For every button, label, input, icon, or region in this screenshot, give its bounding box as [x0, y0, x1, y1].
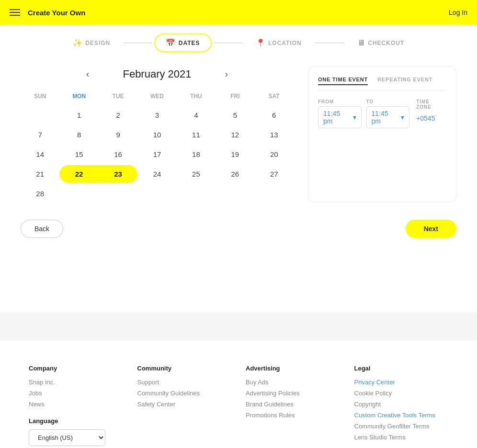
link-community-guidelines[interactable]: Community Guidelines [137, 390, 232, 397]
link-news[interactable]: News [29, 401, 123, 408]
day-fri: FRI [216, 90, 254, 102]
step-connector-2 [214, 43, 242, 43]
cal-cell-10[interactable]: 10 [137, 126, 176, 144]
advertising-title: Advertising [246, 365, 340, 372]
from-field: FROM 11:45 pm ▾ [318, 99, 362, 128]
calendar: ‹ February 2021 › SUN MON TUE WED THU FR… [21, 67, 294, 202]
timezone-value: +0545 [416, 112, 446, 125]
cal-cell-11[interactable]: 11 [177, 126, 216, 144]
timezone-field: TIME ZONE +0545 [416, 99, 446, 125]
link-community-geofilter-terms[interactable]: Community Geofilter Terms [354, 423, 449, 430]
footer-advertising: Advertising Buy Ads Advertising Policies… [246, 365, 340, 446]
next-month-button[interactable]: › [220, 67, 233, 81]
dates-icon: 📅 [166, 38, 176, 47]
cal-cell-22[interactable]: 22 [59, 165, 98, 183]
action-buttons: Back Next [1, 212, 476, 246]
timezone-label: TIME ZONE [416, 99, 446, 110]
step-dates-label: DATES [179, 40, 200, 46]
footer: Company Snap Inc. Jobs News Language Eng… [0, 341, 477, 448]
cal-cell-3[interactable]: 3 [137, 106, 176, 124]
tab-one-time[interactable]: ONE TIME EVENT [318, 77, 368, 85]
link-safety-center[interactable]: Safety Center [137, 401, 232, 408]
cal-cell-25[interactable]: 25 [177, 165, 216, 183]
link-promotions-rules[interactable]: Promotions Rules [246, 412, 340, 419]
from-time-value: 11:45 pm [323, 110, 351, 125]
link-brand-guidelines[interactable]: Brand Guidelines [246, 401, 340, 408]
calendar-section: ‹ February 2021 › SUN MON TUE WED THU FR… [1, 57, 476, 212]
cal-cell-24[interactable]: 24 [137, 165, 176, 183]
step-connector-1 [124, 43, 152, 43]
step-design-label: DESIGN [85, 40, 110, 46]
link-jobs[interactable]: Jobs [29, 390, 123, 397]
cal-cell-9[interactable]: 9 [99, 126, 137, 144]
prev-month-button[interactable]: ‹ [81, 67, 94, 81]
cal-cell-23[interactable]: 23 [99, 165, 137, 183]
step-location-label: LOCATION [268, 40, 302, 46]
day-wed: WED [137, 90, 176, 102]
to-time-value: 11:45 pm [372, 110, 399, 125]
link-support[interactable]: Support [137, 379, 232, 386]
cal-cell-27[interactable]: 27 [255, 165, 294, 183]
step-checkout[interactable]: 🖥 CHECKOUT [346, 34, 416, 52]
day-sat: SAT [255, 90, 294, 102]
to-field: TO 11:45 pm ▾ [366, 99, 410, 128]
back-button[interactable]: Back [21, 220, 63, 238]
day-thu: THU [177, 90, 216, 102]
community-title: Community [137, 365, 232, 372]
link-copyright[interactable]: Copyright [354, 401, 449, 408]
tab-repeating[interactable]: REPEATING EVENT [377, 77, 432, 85]
cal-week-3: 14 15 16 17 18 19 20 [21, 146, 294, 163]
link-cookie-policy[interactable]: Cookie Policy [354, 390, 449, 397]
top-navigation: Create Your Own Log In [0, 0, 477, 25]
to-label: TO [366, 99, 410, 104]
cal-cell-empty [21, 106, 59, 124]
cal-cell-20[interactable]: 20 [255, 146, 294, 163]
cal-cell-12[interactable]: 12 [216, 126, 254, 144]
next-button[interactable]: Next [406, 220, 456, 238]
cal-week-1: 1 2 3 4 5 6 [21, 106, 294, 124]
step-design[interactable]: ✨ DESIGN [61, 34, 122, 52]
event-panel: ONE TIME EVENT REPEATING EVENT FROM 11:4… [308, 67, 456, 202]
step-dates[interactable]: 📅 DATES [154, 34, 211, 52]
to-time-select[interactable]: 11:45 pm ▾ [366, 106, 410, 128]
calendar-grid: SUN MON TUE WED THU FRI SAT 1 2 3 4 [21, 90, 294, 202]
hamburger-menu[interactable] [10, 9, 20, 16]
link-advertising-policies[interactable]: Advertising Policies [246, 390, 340, 397]
cal-cell-empty-5 [177, 185, 216, 202]
calendar-weeks: 1 2 3 4 5 6 7 8 9 10 11 12 [21, 106, 294, 202]
cal-cell-13[interactable]: 13 [255, 126, 294, 144]
language-select[interactable]: English (US) Español Français Deutsch [29, 429, 105, 446]
cal-cell-1[interactable]: 1 [59, 106, 98, 124]
link-snap-inc[interactable]: Snap Inc. [29, 379, 123, 386]
cal-cell-21[interactable]: 21 [21, 165, 59, 183]
link-buy-ads[interactable]: Buy Ads [246, 379, 340, 386]
cal-cell-26[interactable]: 26 [216, 165, 254, 183]
from-time-select[interactable]: 11:45 pm ▾ [318, 106, 362, 128]
step-location[interactable]: 📍 LOCATION [244, 34, 313, 52]
cal-cell-6[interactable]: 6 [255, 106, 294, 124]
event-tabs: ONE TIME EVENT REPEATING EVENT [318, 77, 446, 90]
to-chevron-icon: ▾ [401, 113, 404, 121]
cal-cell-16[interactable]: 16 [99, 146, 137, 163]
login-button[interactable]: Log In [449, 9, 467, 16]
cal-cell-8[interactable]: 8 [59, 126, 98, 144]
link-privacy-center[interactable]: Privacy Center [354, 379, 449, 386]
main-content: ✨ DESIGN 📅 DATES 📍 LOCATION 🖥 CHECKOUT ‹… [0, 25, 477, 312]
days-header: SUN MON TUE WED THU FRI SAT [21, 90, 294, 102]
cal-cell-28[interactable]: 28 [21, 185, 59, 202]
cal-cell-5[interactable]: 5 [216, 106, 254, 124]
footer-legal: Legal Privacy Center Cookie Policy Copyr… [354, 365, 449, 446]
link-custom-creative-tools[interactable]: Custom Creative Tools Terms [354, 412, 449, 419]
cal-cell-14[interactable]: 14 [21, 146, 59, 163]
cal-cell-17[interactable]: 17 [137, 146, 176, 163]
cal-cell-4[interactable]: 4 [177, 106, 216, 124]
cal-cell-19[interactable]: 19 [216, 146, 254, 163]
cal-cell-7[interactable]: 7 [21, 126, 59, 144]
link-lens-studio-terms[interactable]: Lens Studio Terms [354, 434, 449, 441]
cal-cell-2[interactable]: 2 [99, 106, 137, 124]
day-mon: MON [59, 90, 98, 102]
cal-cell-18[interactable]: 18 [177, 146, 216, 163]
steps-bar: ✨ DESIGN 📅 DATES 📍 LOCATION 🖥 CHECKOUT [0, 25, 477, 57]
cal-cell-15[interactable]: 15 [59, 146, 98, 163]
calendar-header: ‹ February 2021 › [21, 67, 294, 81]
